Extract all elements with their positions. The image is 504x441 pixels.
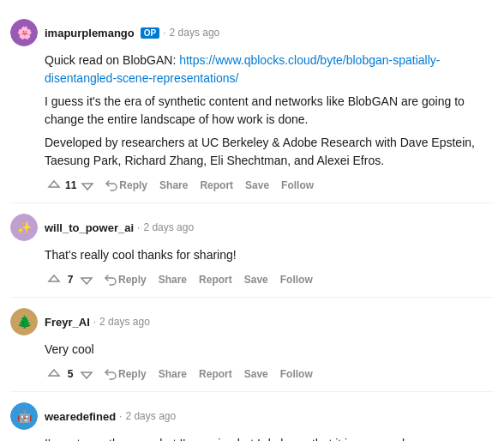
downvote-button[interactable] xyxy=(78,177,97,194)
reply-button[interactable]: Reply xyxy=(102,178,151,194)
comment-meta: Freyr_AI·2 days ago xyxy=(45,316,150,329)
comment-body: Very cool xyxy=(45,341,494,359)
comment-meta: wearedefined·2 days ago xyxy=(45,410,176,423)
reply-button[interactable]: Reply xyxy=(101,272,150,288)
follow-button[interactable]: Follow xyxy=(277,366,316,382)
vote-section: 5 xyxy=(45,365,96,383)
comment-meta: imapurplemangoOP·2 days ago xyxy=(45,27,219,39)
comment-body: Quick read on BlobGAN: https://www.qbloc… xyxy=(45,51,494,170)
avatar: 🤖 xyxy=(10,402,38,430)
timestamp: 2 days ago xyxy=(99,316,150,328)
save-button[interactable]: Save xyxy=(242,178,273,193)
upvote-button[interactable] xyxy=(45,177,63,194)
follow-button[interactable]: Follow xyxy=(278,178,317,193)
vote-count: 11 xyxy=(65,179,76,191)
comment-block: 🌸imapurplemangoOP·2 days agoQuick read o… xyxy=(10,9,494,203)
comment-actions: 11ReplyShareReportSaveFollow xyxy=(45,177,494,194)
comment-header: 🤖wearedefined·2 days ago xyxy=(10,402,494,430)
comment-text: Very cool xyxy=(45,341,494,359)
downvote-button[interactable] xyxy=(77,365,96,383)
timestamp: 2 days ago xyxy=(125,410,176,422)
vote-section: 7 xyxy=(45,271,96,288)
comments-section: 🌸imapurplemangoOP·2 days agoQuick read o… xyxy=(10,9,494,441)
downvote-button[interactable] xyxy=(77,271,96,288)
save-button[interactable]: Save xyxy=(241,272,272,287)
share-button[interactable]: Share xyxy=(155,366,190,382)
op-badge: OP xyxy=(141,27,159,39)
separator: · xyxy=(163,27,165,39)
timestamp: 2 days ago xyxy=(170,27,220,39)
username[interactable]: will_to_power_ai xyxy=(45,221,134,234)
comment-block: 🤖wearedefined·2 days agoI'm not exactly … xyxy=(10,392,494,441)
comment-text: I guess it's the era of synthetic conten… xyxy=(45,93,494,129)
separator: · xyxy=(93,316,96,328)
username[interactable]: imapurplemango xyxy=(45,27,135,39)
svg-text:🤖: 🤖 xyxy=(17,409,33,424)
avatar: 🌸 xyxy=(10,19,38,46)
comment-header: ✨will_to_power_ai·2 days ago xyxy=(10,214,494,241)
comment-link[interactable]: https://www.qblocks.cloud/byte/blobgan-s… xyxy=(45,53,440,85)
comment-meta: will_to_power_ai·2 days ago xyxy=(45,221,194,234)
avatar: 🌲 xyxy=(10,308,38,335)
timestamp: 2 days ago xyxy=(143,221,194,233)
share-button[interactable]: Share xyxy=(156,178,191,193)
report-button[interactable]: Report xyxy=(196,178,237,193)
username[interactable]: wearedefined xyxy=(45,410,116,423)
comment-block: 🌲Freyr_AI·2 days agoVery cool5ReplyShare… xyxy=(10,298,494,392)
separator: · xyxy=(137,221,140,233)
comment-header: 🌲Freyr_AI·2 days ago xyxy=(10,308,494,335)
vote-count: 7 xyxy=(65,274,75,286)
comment-text: Quick read on BlobGAN: https://www.qbloc… xyxy=(45,51,494,88)
save-button[interactable]: Save xyxy=(241,366,272,382)
share-button[interactable]: Share xyxy=(155,272,190,287)
reply-button[interactable]: Reply xyxy=(101,366,150,383)
comment-actions: 5ReplyShareReportSaveFollow xyxy=(45,365,494,383)
comment-header: 🌸imapurplemangoOP·2 days ago xyxy=(10,19,494,46)
comment-text: Developed by researchers at UC Berkeley … xyxy=(45,134,494,170)
report-button[interactable]: Report xyxy=(195,366,236,382)
vote-section: 11 xyxy=(45,177,97,194)
report-button[interactable]: Report xyxy=(195,272,236,287)
comment-block: ✨will_to_power_ai·2 days agoThat's reall… xyxy=(10,203,494,298)
comment-actions: 7ReplyShareReportSaveFollow xyxy=(45,271,494,288)
upvote-button[interactable] xyxy=(45,365,63,383)
comment-body: I'm not exactly sure what I'm seeing but… xyxy=(45,435,494,441)
svg-text:✨: ✨ xyxy=(17,220,33,235)
vote-count: 5 xyxy=(65,368,75,380)
svg-text:🌲: 🌲 xyxy=(17,315,33,329)
comment-text: That's really cool thanks for sharing! xyxy=(45,246,494,264)
comment-text: I'm not exactly sure what I'm seeing but… xyxy=(45,435,494,441)
svg-text:🌸: 🌸 xyxy=(17,26,33,40)
comment-body: That's really cool thanks for sharing! xyxy=(45,246,494,264)
username[interactable]: Freyr_AI xyxy=(45,316,90,329)
avatar: ✨ xyxy=(10,214,38,241)
separator: · xyxy=(119,410,122,422)
follow-button[interactable]: Follow xyxy=(277,272,316,287)
upvote-button[interactable] xyxy=(45,271,63,288)
